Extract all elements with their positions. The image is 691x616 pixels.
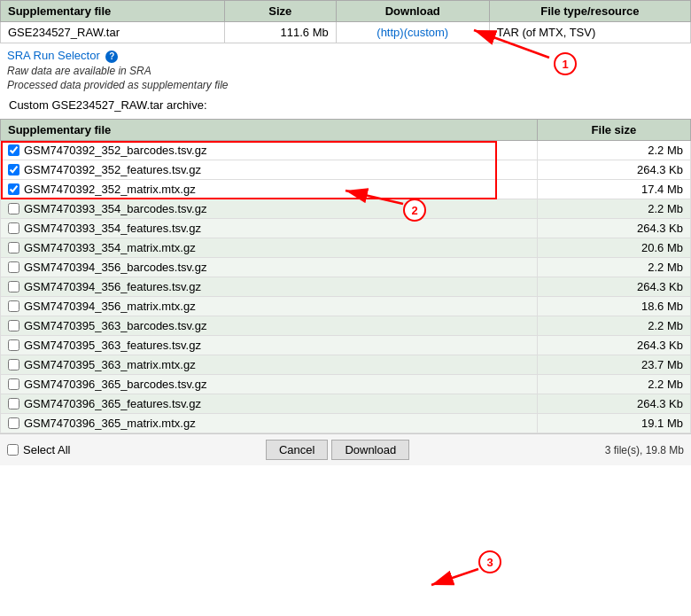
file-row: GSM7470394_356_barcodes.tsv.gz2.2 Mb	[1, 258, 691, 277]
file-name-cell: GSM7470395_363_barcodes.tsv.gz	[1, 316, 538, 336]
info-line-2: Processed data provided as supplementary…	[7, 79, 684, 91]
top-file-row: GSE234527_RAW.tar 111.6 Mb (http)(custom…	[1, 22, 691, 43]
file-name-cell: GSM7470393_354_barcodes.tsv.gz	[1, 199, 538, 219]
file-checkbox[interactable]	[8, 398, 19, 409]
select-all-label[interactable]: Select All	[23, 443, 70, 456]
file-row: GSM7470393_354_features.tsv.gz264.3 Kb	[1, 219, 691, 238]
action-buttons: Cancel Download	[266, 440, 409, 460]
file-row: GSM7470395_363_matrix.mtx.gz23.7 Mb	[1, 355, 691, 375]
file-name: GSM7470395_363_barcodes.tsv.gz	[24, 319, 206, 332]
file-checkbox[interactable]	[8, 378, 19, 390]
file-size-cell: 18.6 Mb	[537, 297, 690, 316]
file-name-cell: GSM7470393_354_matrix.mtx.gz	[1, 238, 538, 258]
file-size-cell: 2.2 Mb	[537, 141, 690, 160]
file-name-cell: GSM7470395_363_matrix.mtx.gz	[1, 355, 538, 375]
file-row: GSM7470392_352_barcodes.tsv.gz2.2 Mb	[1, 141, 691, 160]
file-name-cell: GSM7470395_363_features.tsv.gz	[1, 336, 538, 355]
file-name: GSM7470394_356_matrix.mtx.gz	[24, 300, 196, 313]
file-checkbox[interactable]	[8, 359, 19, 370]
file-row: GSM7470395_363_barcodes.tsv.gz2.2 Mb	[1, 316, 691, 336]
file-row: GSM7470394_356_matrix.mtx.gz18.6 Mb	[1, 297, 691, 316]
file-size-cell: 264.3 Kb	[537, 277, 690, 297]
file-name-cell: GSM7470394_356_features.tsv.gz	[1, 277, 538, 297]
file-size-cell: 2.2 Mb	[537, 375, 690, 394]
file-checkbox[interactable]	[8, 300, 19, 312]
file-name-cell: GSM7470396_365_barcodes.tsv.gz	[1, 375, 538, 394]
select-all-checkbox[interactable]	[7, 444, 19, 456]
file-count: 3 file(s), 19.8 Mb	[605, 444, 684, 456]
file-size-cell: 17.4 Mb	[537, 180, 690, 199]
col-download: Download	[336, 1, 489, 22]
file-size-cell: 264.3 Kb	[537, 160, 690, 180]
file-checkbox[interactable]	[8, 242, 19, 253]
info-line-1: Raw data are available in SRA	[7, 65, 684, 77]
file-row: GSM7470394_356_features.tsv.gz264.3 Kb	[1, 277, 691, 297]
file-name: GSM7470396_365_barcodes.tsv.gz	[24, 378, 206, 391]
info-area: SRA Run Selector ? Raw data are availabl…	[0, 43, 691, 119]
svg-text:3: 3	[486, 556, 493, 569]
file-row: GSM7470396_365_barcodes.tsv.gz2.2 Mb	[1, 375, 691, 394]
file-checkbox[interactable]	[8, 339, 19, 351]
file-name-cell: GSM7470396_365_matrix.mtx.gz	[1, 414, 538, 433]
svg-line-9	[431, 569, 478, 585]
cancel-button[interactable]: Cancel	[266, 440, 328, 460]
file-list-container: Supplementary file File size GSM7470392_…	[0, 119, 691, 433]
file-row: GSM7470393_354_barcodes.tsv.gz2.2 Mb	[1, 199, 691, 219]
file-checkbox[interactable]	[8, 320, 19, 331]
file-col-name: Supplementary file	[1, 120, 538, 141]
file-checkbox[interactable]	[8, 281, 19, 292]
file-name-cell: GSM7470394_356_barcodes.tsv.gz	[1, 258, 538, 277]
top-filename: GSE234527_RAW.tar	[1, 22, 225, 43]
file-name: GSM7470392_352_barcodes.tsv.gz	[24, 144, 206, 157]
file-size-cell: 264.3 Kb	[537, 219, 690, 238]
file-checkbox[interactable]	[8, 261, 19, 273]
download-custom-link[interactable]: (custom)	[404, 26, 449, 39]
file-name: GSM7470393_354_barcodes.tsv.gz	[24, 202, 206, 215]
file-checkbox[interactable]	[8, 164, 19, 175]
file-row: GSM7470393_354_matrix.mtx.gz20.6 Mb	[1, 238, 691, 258]
download-button[interactable]: Download	[331, 440, 409, 460]
file-row: GSM7470392_352_matrix.mtx.gz17.4 Mb	[1, 180, 691, 199]
help-icon[interactable]: ?	[105, 51, 118, 63]
file-name: GSM7470394_356_features.tsv.gz	[24, 280, 201, 293]
download-http-link[interactable]: (http)	[377, 26, 403, 39]
file-list-table: Supplementary file File size GSM7470392_…	[0, 119, 691, 433]
file-checkbox[interactable]	[8, 222, 19, 234]
file-name-cell: GSM7470392_352_barcodes.tsv.gz	[1, 141, 538, 160]
col-supplementary-file: Supplementary file	[1, 1, 225, 22]
top-filesize: 111.6 Mb	[224, 22, 336, 43]
file-size-cell: 264.3 Kb	[537, 394, 690, 414]
file-size-cell: 20.6 Mb	[537, 238, 690, 258]
file-row: GSM7470395_363_features.tsv.gz264.3 Kb	[1, 336, 691, 355]
file-row: GSM7470396_365_features.tsv.gz264.3 Kb	[1, 394, 691, 414]
archive-label: Custom GSE234527_RAW.tar archive:	[7, 98, 684, 112]
file-checkbox[interactable]	[8, 144, 19, 156]
file-name: GSM7470395_363_features.tsv.gz	[24, 339, 201, 352]
file-size-cell: 19.1 Mb	[537, 414, 690, 433]
file-name-cell: GSM7470392_352_matrix.mtx.gz	[1, 180, 538, 199]
sra-run-selector-link[interactable]: SRA Run Selector	[7, 49, 100, 62]
file-row: GSM7470392_352_features.tsv.gz264.3 Kb	[1, 160, 691, 180]
svg-point-10	[479, 551, 501, 573]
sra-run-selector-row: SRA Run Selector ?	[7, 49, 684, 63]
file-col-size: File size	[537, 120, 690, 141]
file-name-cell: GSM7470392_352_features.tsv.gz	[1, 160, 538, 180]
top-download-links: (http)(custom)	[336, 22, 489, 43]
file-name: GSM7470393_354_matrix.mtx.gz	[24, 241, 196, 254]
file-name: GSM7470395_363_matrix.mtx.gz	[24, 358, 196, 371]
file-size-cell: 23.7 Mb	[537, 355, 690, 375]
file-name: GSM7470392_352_matrix.mtx.gz	[24, 183, 196, 196]
file-name-cell: GSM7470393_354_features.tsv.gz	[1, 219, 538, 238]
file-checkbox[interactable]	[8, 417, 19, 429]
file-checkbox[interactable]	[8, 183, 19, 195]
col-filetype: File type/resource	[489, 1, 690, 22]
file-size-cell: 2.2 Mb	[537, 199, 690, 219]
file-name: GSM7470396_365_matrix.mtx.gz	[24, 417, 196, 430]
file-size-cell: 2.2 Mb	[537, 258, 690, 277]
file-name-cell: GSM7470396_365_features.tsv.gz	[1, 394, 538, 414]
col-size: Size	[224, 1, 336, 22]
file-name: GSM7470393_354_features.tsv.gz	[24, 222, 201, 235]
file-checkbox[interactable]	[8, 203, 19, 214]
file-name-cell: GSM7470394_356_matrix.mtx.gz	[1, 297, 538, 316]
file-row: GSM7470396_365_matrix.mtx.gz19.1 Mb	[1, 414, 691, 433]
